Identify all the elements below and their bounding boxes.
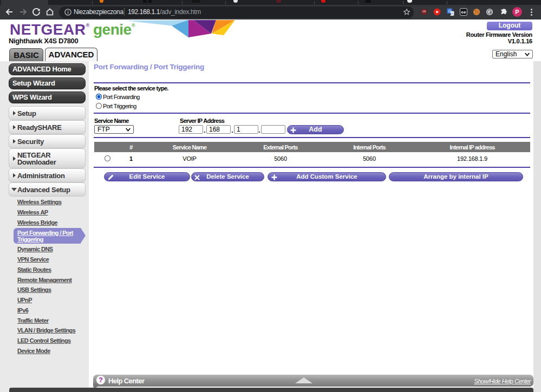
- svg-text:G: G: [448, 9, 451, 13]
- svg-text:U0: U0: [422, 10, 426, 13]
- svg-text:A: A: [451, 12, 453, 15]
